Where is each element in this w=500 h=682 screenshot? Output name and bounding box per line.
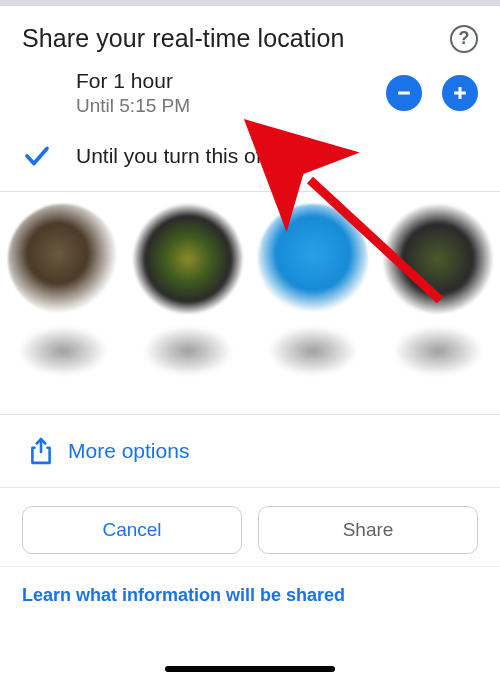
share-icon [28,437,54,465]
share-button-label: Share [343,519,394,541]
home-indicator[interactable] [165,666,335,672]
duration-content: For 1 hour Until 5:15 PM [76,69,386,117]
selected-indicator [22,141,76,171]
more-options-label: More options [68,439,189,463]
share-location-sheet: Share your real-time location ? For 1 ho… [0,6,500,624]
contact-avatar [258,204,368,314]
cancel-button[interactable]: Cancel [22,506,242,554]
learn-link[interactable]: Learn what information will be shared [22,585,345,605]
learn-row: Learn what information will be shared [0,567,500,624]
help-button[interactable]: ? [450,25,478,53]
contact-name-redacted [143,326,233,376]
contact-avatar [133,204,243,314]
cancel-button-label: Cancel [102,519,161,541]
decrease-duration-button[interactable] [386,75,422,111]
checkmark-icon [22,141,52,171]
help-icon: ? [459,28,470,49]
increase-duration-button[interactable] [442,75,478,111]
duration-title: For 1 hour [76,69,386,93]
contact-item[interactable] [250,204,375,414]
until-off-content: Until you turn this off [76,144,478,168]
sheet-header: Share your real-time location ? [0,6,500,59]
contact-item[interactable] [375,204,500,414]
action-button-row: Cancel Share [0,488,500,567]
contact-avatar [383,204,493,314]
plus-icon [451,84,469,102]
svg-rect-0 [398,92,410,95]
contacts-strip[interactable] [0,192,500,415]
duration-option-row[interactable]: For 1 hour Until 5:15 PM [0,59,500,127]
more-options-row[interactable]: More options [0,415,500,488]
contact-item[interactable] [125,204,250,414]
until-off-option-row[interactable]: Until you turn this off [0,127,500,185]
contact-name-redacted [18,326,108,376]
share-button[interactable]: Share [258,506,478,554]
until-off-label: Until you turn this off [76,144,478,168]
contact-name-redacted [393,326,483,376]
duration-subtitle: Until 5:15 PM [76,95,386,117]
contact-avatar [8,204,118,314]
contact-name-redacted [268,326,358,376]
sheet-title: Share your real-time location [22,24,450,53]
contact-item[interactable] [0,204,125,414]
duration-stepper [386,75,478,111]
minus-icon [395,84,413,102]
svg-rect-2 [459,87,462,99]
